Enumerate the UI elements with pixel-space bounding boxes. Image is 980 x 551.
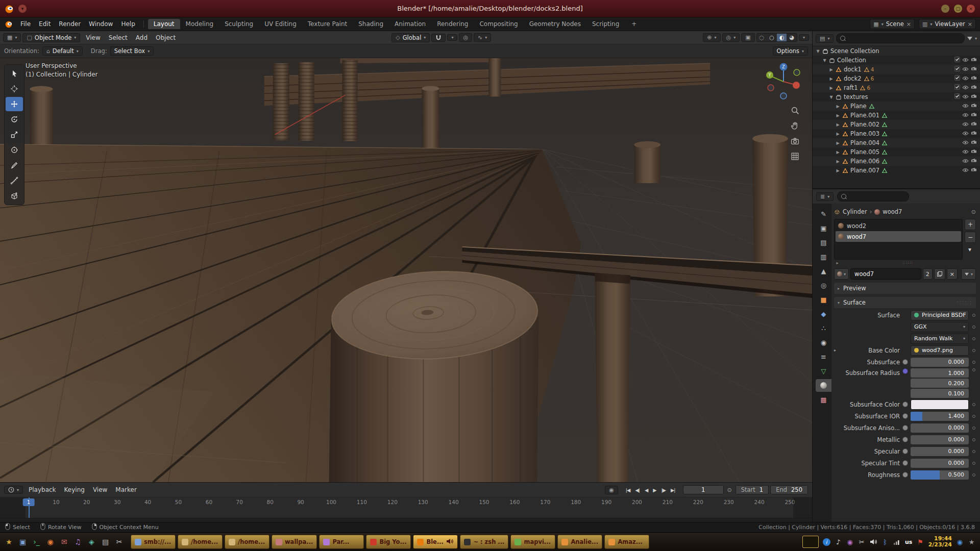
properties-search-input[interactable] bbox=[837, 191, 909, 202]
tray-notification-info-icon[interactable]: i bbox=[823, 538, 830, 546]
timeline-menu-view[interactable]: View bbox=[89, 485, 111, 494]
expand-icon[interactable]: ▶ bbox=[828, 86, 835, 90]
expand-icon[interactable]: ▶ bbox=[835, 150, 841, 155]
outliner-row-plane-007[interactable]: ▶Plane.007 bbox=[813, 166, 980, 175]
unlink-material-button[interactable]: × bbox=[947, 268, 958, 280]
animate-decorator[interactable] bbox=[971, 473, 976, 477]
workspace-tab-layout[interactable]: Layout bbox=[148, 19, 180, 29]
zoom-icon[interactable] bbox=[791, 106, 799, 115]
expand-icon[interactable]: ▶ bbox=[828, 67, 835, 72]
remove-slot-button[interactable]: − bbox=[965, 232, 976, 243]
add-slot-button[interactable]: + bbox=[965, 219, 976, 230]
use-preview-range-icon[interactable]: ⊙ bbox=[727, 487, 732, 493]
outliner-row-plane-002[interactable]: ▶Plane.002 bbox=[813, 120, 980, 129]
prop-vector-slider[interactable]: 0.200 bbox=[911, 379, 969, 388]
animate-decorator[interactable] bbox=[971, 450, 976, 453]
prop-vector-slider[interactable]: 1.000 bbox=[911, 368, 969, 378]
disable-render-camera-icon[interactable] bbox=[971, 148, 977, 156]
menu-help[interactable]: Help bbox=[117, 19, 139, 29]
disable-render-camera-icon[interactable] bbox=[971, 121, 977, 128]
frame-end-field[interactable]: End250 bbox=[770, 485, 808, 494]
expand-icon[interactable]: ▶ bbox=[835, 132, 841, 136]
ortho-grid-icon[interactable] bbox=[791, 152, 799, 161]
expand-icon[interactable]: ▶ bbox=[835, 141, 841, 145]
xray-toggle[interactable]: ▣ bbox=[741, 33, 754, 42]
task-button-3-wallpa[interactable]: wallpa... bbox=[272, 535, 317, 549]
list-resize-grip[interactable]: ∷∷∷ bbox=[903, 261, 914, 265]
animate-decorator[interactable] bbox=[971, 427, 976, 430]
task-button-2-home[interactable]: /home... bbox=[225, 535, 270, 549]
timeline-editor-type[interactable]: ▾ bbox=[4, 486, 23, 494]
properties-tab-constraints[interactable]: ≡ bbox=[816, 350, 831, 363]
mode-selector[interactable]: ▢Object Mode▾ bbox=[22, 33, 80, 42]
hide-eye-icon[interactable] bbox=[962, 75, 969, 82]
tray-volume-icon[interactable] bbox=[870, 539, 877, 545]
workspace-tab-modeling[interactable]: Modeling bbox=[180, 19, 219, 29]
camera-view-icon[interactable] bbox=[791, 137, 799, 145]
task-button-8-mapvi[interactable]: mapvi... bbox=[510, 535, 555, 549]
outliner-row-plane-005[interactable]: ▶Plane.005 bbox=[813, 147, 980, 157]
prop-dropdown[interactable]: GGX▾ bbox=[911, 322, 969, 332]
current-frame-field[interactable]: 1 bbox=[683, 485, 724, 494]
outliner-row-plane[interactable]: ▶Plane bbox=[813, 102, 980, 111]
jump-to-start-button[interactable]: |◀ bbox=[624, 487, 632, 493]
prop-color-swatch[interactable] bbox=[911, 399, 969, 410]
disable-render-camera-icon[interactable] bbox=[971, 130, 977, 137]
task-button-1-home[interactable]: /home... bbox=[178, 535, 223, 549]
workspace-tab-scripting[interactable]: Scripting bbox=[586, 19, 625, 29]
viewport-menu-add[interactable]: Add bbox=[132, 33, 152, 42]
tray-applet-1-icon[interactable]: ◉ bbox=[956, 538, 964, 546]
exclude-checkbox[interactable] bbox=[954, 66, 960, 73]
breadcrumb-object[interactable]: Cylinder bbox=[843, 208, 867, 215]
hide-eye-icon[interactable] bbox=[962, 139, 969, 146]
tray-bluetooth-icon[interactable]: ᛒ bbox=[881, 538, 889, 546]
proportional-falloff-dropdown[interactable]: ∿▾ bbox=[474, 33, 491, 42]
prop-slider[interactable]: 0.500 bbox=[911, 470, 969, 480]
properties-tab-scene[interactable]: ▲ bbox=[816, 265, 831, 278]
prop-value-button[interactable]: Principled BSDF bbox=[911, 310, 969, 320]
play-button[interactable]: ▶ bbox=[651, 487, 658, 493]
hide-eye-icon[interactable] bbox=[962, 93, 969, 101]
properties-tab-tool[interactable]: ✎ bbox=[816, 208, 831, 220]
menu-file[interactable]: File bbox=[16, 19, 35, 29]
properties-tab-output[interactable]: ▤ bbox=[816, 236, 831, 249]
hide-eye-icon[interactable] bbox=[962, 84, 969, 91]
task-button-7-zsh[interactable]: ~ : zsh ... bbox=[460, 535, 508, 549]
animate-decorator[interactable] bbox=[971, 415, 976, 418]
disable-render-camera-icon[interactable] bbox=[971, 93, 977, 101]
window-menu-button[interactable]: ▾ bbox=[18, 5, 27, 13]
expand-icon[interactable]: ▼ bbox=[821, 58, 828, 63]
tool-annotate[interactable] bbox=[6, 158, 23, 172]
launcher-app-menu-icon[interactable]: ★ bbox=[3, 536, 15, 548]
material-users-button[interactable]: 2 bbox=[923, 268, 933, 280]
shading-dropdown[interactable]: ▾ bbox=[799, 34, 809, 41]
tool-tweak-select[interactable] bbox=[6, 66, 23, 81]
animate-decorator[interactable] bbox=[971, 349, 976, 352]
disable-render-camera-icon[interactable] bbox=[971, 84, 977, 91]
properties-tab-texture[interactable]: ▩ bbox=[816, 393, 831, 406]
auto-key-toggle[interactable]: ◉ bbox=[605, 486, 618, 494]
menu-render[interactable]: Render bbox=[55, 19, 85, 29]
window-close-button[interactable]: × bbox=[967, 5, 975, 13]
prop-slider[interactable]: 0.000 bbox=[911, 435, 969, 444]
expand-icon[interactable]: ▶ bbox=[835, 168, 841, 173]
prop-value-button[interactable]: wood7.png bbox=[911, 345, 969, 356]
axis-x-handle[interactable] bbox=[793, 82, 800, 89]
axis-y-neg-handle[interactable] bbox=[794, 69, 800, 76]
drag-setting-dropdown[interactable]: Select Box▾ bbox=[110, 46, 154, 56]
tray-applet-2-icon[interactable]: ★ bbox=[968, 538, 975, 546]
task-button-10-amaz[interactable]: Amaz... bbox=[604, 535, 649, 549]
frame-start-field[interactable]: Start1 bbox=[736, 485, 769, 494]
hide-eye-icon[interactable] bbox=[962, 121, 969, 128]
disable-render-camera-icon[interactable] bbox=[971, 167, 977, 174]
exclude-checkbox[interactable] bbox=[954, 84, 960, 91]
pin-icon[interactable]: ⊙ bbox=[971, 209, 976, 215]
scene-selector[interactable]: ▦▾ Scene × bbox=[870, 19, 915, 29]
axis-z-neg-handle[interactable] bbox=[780, 93, 787, 99]
properties-tab-modifiers[interactable]: ◆ bbox=[816, 308, 831, 320]
viewport-3d[interactable]: User Perspective (1) Collection | Cylind… bbox=[0, 58, 812, 482]
animate-decorator[interactable] bbox=[971, 403, 976, 406]
expand-icon[interactable]: ▶ bbox=[828, 77, 835, 81]
exclude-checkbox[interactable] bbox=[954, 57, 960, 64]
editor-type-selector[interactable]: ▦▾ bbox=[3, 33, 21, 42]
